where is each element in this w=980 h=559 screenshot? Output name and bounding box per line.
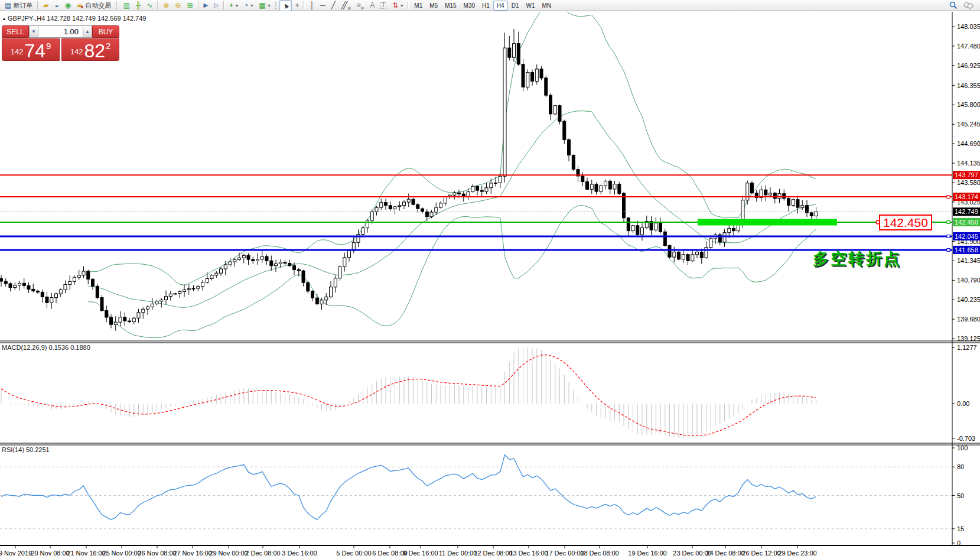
svg-text:143.797: 143.797 [955, 171, 978, 178]
sell-price-base: 142 [11, 47, 24, 56]
label-tool-button[interactable]: T [377, 0, 389, 11]
tile-windows-button[interactable]: ⊞ [184, 0, 196, 11]
buy-price-button[interactable]: 142 82 2 [61, 38, 119, 61]
chevron-down-icon: ▾ [401, 3, 403, 8]
buy-price-sup: 2 [106, 41, 110, 51]
zoom-in-icon: ⊕ [163, 2, 169, 9]
horizontal-line-icon: ─ [320, 2, 325, 9]
svg-text:148.035: 148.035 [957, 23, 980, 30]
new-order-button[interactable]: ▤ 新订单 [2, 0, 35, 11]
label-icon: T [380, 2, 386, 9]
fibonacci-tool-button[interactable]: ≡ F [354, 0, 367, 11]
svg-text:144.135: 144.135 [957, 160, 980, 167]
bar-chart-button[interactable]: ▥ [120, 0, 132, 11]
svg-text:140.790: 140.790 [957, 277, 980, 284]
turning-point-annotation[interactable]: 多空转折点 [813, 248, 901, 269]
tab-timeframe-d1[interactable]: D1 [508, 1, 523, 11]
svg-text:9 Nov 2019: 9 Nov 2019 [0, 550, 32, 557]
tab-timeframe-mn[interactable]: MN [538, 1, 555, 11]
svg-text:18 Dec 08:00: 18 Dec 08:00 [580, 550, 618, 557]
order-panel-prices: 142 74 9 142 82 2 [2, 38, 119, 61]
svg-text:141.345: 141.345 [957, 257, 980, 264]
svg-text:15: 15 [957, 525, 964, 532]
candlestick-chart-button[interactable]: ╫ [133, 0, 144, 11]
tab-timeframe-h4[interactable]: H4 [493, 1, 508, 11]
chart-symbol-icon: ▴ [3, 16, 5, 21]
toolbar-separator [37, 1, 38, 9]
signals-button[interactable]: ◉ [62, 0, 74, 11]
svg-text:5 Dec 00:00: 5 Dec 00:00 [336, 550, 371, 557]
svg-text:147.480: 147.480 [957, 43, 980, 50]
chart-shift-button[interactable]: ▷ [211, 0, 222, 11]
line-chart-button[interactable]: ∿ [144, 0, 155, 11]
gold-bar-icon: ▰ [43, 2, 48, 9]
svg-text:80: 80 [957, 463, 964, 470]
chart-canvas[interactable]: 148.035147.480146.925146.355145.800145.2… [0, 0, 980, 559]
toolbar-right-icons [949, 1, 978, 9]
arrows-tool-button[interactable]: ⇅ ▾ [389, 0, 406, 11]
svg-text:12 Dec 08:00: 12 Dec 08:00 [474, 550, 512, 557]
tab-timeframe-m30[interactable]: M30 [460, 1, 478, 11]
fibonacci-icon: ≡ [357, 2, 361, 9]
volume-increase-button[interactable]: ▲ [83, 25, 92, 38]
macd-indicator-label: MACD(12,26,9) 0.1536 0.1880 [2, 344, 90, 351]
svg-text:-0.703: -0.703 [957, 435, 975, 442]
svg-text:26 Dec 12:00: 26 Dec 12:00 [742, 550, 780, 557]
svg-text:13 Dec 16:00: 13 Dec 16:00 [509, 550, 548, 557]
svg-text:17 Dec 00:00: 17 Dec 00:00 [545, 550, 584, 557]
periods-button[interactable]: ◔ ▾ [241, 0, 256, 11]
metaeditor-button[interactable]: ◒ [52, 0, 62, 11]
svg-text:9 Dec 16:00: 9 Dec 16:00 [403, 550, 438, 557]
tab-timeframe-m1[interactable]: M1 [411, 1, 426, 11]
symbol-ohlc-info: GBPJPY-,H4 142.728 142.749 142.569 142.7… [8, 15, 146, 22]
clock-icon: ◔ [244, 2, 248, 9]
mt4-terminal: { "toolbar": { "new_order_label": "新订单",… [0, 0, 980, 559]
auto-scroll-button[interactable]: ▶ [201, 0, 211, 11]
cursor-tool-button[interactable]: ▲ [279, 0, 292, 11]
svg-text:142.045: 142.045 [955, 233, 978, 240]
svg-text:29 Dec 23:00: 29 Dec 23:00 [778, 550, 816, 557]
svg-text:50: 50 [957, 492, 964, 499]
zoom-in-button[interactable]: ⊕ [160, 0, 172, 11]
svg-text:6 Dec 08:00: 6 Dec 08:00 [372, 550, 407, 557]
volume-decrease-button[interactable]: ▼ [29, 25, 38, 38]
crosshair-tool-button[interactable]: + [292, 0, 302, 11]
bar-chart-icon: ▥ [123, 2, 129, 9]
horizontal-line-tool-button[interactable]: ─ [317, 0, 328, 11]
autotrading-stopped-icon: ● [81, 5, 84, 9]
crosshair-icon: + [295, 2, 299, 9]
autotrading-button[interactable]: ▰ ● 自动交易 [74, 0, 114, 11]
tab-timeframe-m5[interactable]: M5 [426, 1, 441, 11]
sell-price-button[interactable]: 142 74 9 [2, 38, 60, 61]
gold-bar-button[interactable]: ▰ [40, 0, 51, 11]
sell-button[interactable]: SELL [2, 25, 29, 38]
templates-button[interactable]: ▦ ▾ [256, 0, 273, 11]
svg-text:144.690: 144.690 [957, 140, 980, 147]
tab-timeframe-h1[interactable]: H1 [478, 1, 493, 11]
tab-timeframe-m15[interactable]: M15 [441, 1, 460, 11]
price-level-label-box[interactable]: 142.450 [879, 214, 932, 230]
buy-button[interactable]: BUY [92, 25, 119, 38]
volume-input[interactable]: 1.00 [38, 25, 83, 38]
line-chart-icon: ∿ [146, 2, 152, 9]
chat-icon[interactable] [963, 2, 974, 9]
vertical-line-tool-button[interactable]: │ [307, 0, 317, 11]
trendline-tool-button[interactable]: ╱ [328, 0, 338, 11]
zoom-out-button[interactable]: ⊖ [172, 0, 184, 11]
svg-text:2 Dec 08:00: 2 Dec 08:00 [245, 550, 280, 557]
channel-tool-button[interactable]: ╱╱ E [338, 0, 354, 11]
chart-shift-icon: ▷ [214, 2, 219, 8]
sell-price-big: 74 [24, 43, 45, 59]
buy-price-base: 142 [70, 47, 83, 56]
svg-text:27 Nov 16:00: 27 Nov 16:00 [173, 550, 211, 557]
svg-text:0.00: 0.00 [957, 400, 969, 407]
svg-text:19 Dec 16:00: 19 Dec 16:00 [628, 550, 666, 557]
template-icon: ▦ [259, 2, 265, 9]
svg-text:0: 0 [957, 540, 961, 547]
svg-text:142.749: 142.749 [955, 208, 978, 215]
indicators-button[interactable]: + ▾ [226, 0, 241, 11]
candlestick-chart-icon: ╫ [136, 2, 141, 9]
search-icon[interactable] [949, 1, 958, 9]
text-tool-button[interactable]: A [367, 0, 377, 11]
tab-timeframe-w1[interactable]: W1 [522, 1, 538, 11]
